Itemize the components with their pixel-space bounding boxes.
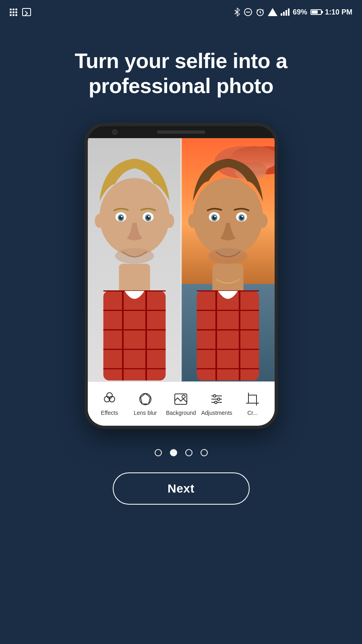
split-line	[180, 138, 182, 381]
phone-container: Effects Lens blur	[0, 123, 362, 429]
svg-point-59	[140, 393, 151, 405]
svg-rect-13	[288, 8, 290, 16]
svg-rect-72	[248, 395, 257, 403]
toolbar-adjustments[interactable]: Adjustments	[201, 391, 233, 416]
person-left-svg	[88, 138, 181, 381]
phone-screen: Effects Lens blur	[88, 138, 275, 426]
pagination-dot-1[interactable]	[155, 449, 162, 456]
svg-point-67	[215, 401, 217, 404]
adjustments-icon	[209, 391, 225, 407]
photo-left	[88, 138, 181, 381]
svg-point-51	[214, 216, 216, 217]
toolbar-lens-blur[interactable]: Lens blur	[129, 391, 161, 416]
battery-percent: 69%	[293, 8, 307, 17]
crop-icon	[244, 391, 261, 407]
status-left-icons	[10, 8, 31, 16]
svg-point-52	[241, 216, 243, 217]
phone-camera	[112, 129, 118, 135]
svg-point-32	[115, 248, 154, 264]
status-right-icons: 69% 1:10 PM	[234, 8, 352, 17]
svg-line-0	[235, 10, 237, 12]
svg-point-63	[213, 395, 216, 397]
svg-point-54	[188, 214, 197, 228]
photo-right	[181, 138, 275, 381]
svg-point-53	[208, 248, 247, 264]
pagination-dot-2[interactable]	[170, 449, 177, 456]
battery-icon	[310, 9, 322, 15]
phone-speaker	[157, 130, 205, 134]
pagination-dot-3[interactable]	[185, 449, 192, 456]
phone-top-bar	[88, 126, 275, 138]
wifi-icon	[268, 8, 277, 16]
person-right-svg	[181, 138, 275, 381]
alarm-icon	[256, 8, 265, 17]
grid-icon	[10, 8, 17, 16]
split-photo	[88, 138, 275, 381]
adjustments-label: Adjustments	[201, 410, 232, 416]
pagination-dot-4[interactable]	[201, 449, 208, 456]
pagination-dots	[0, 449, 362, 456]
image-icon	[22, 8, 31, 16]
svg-point-31	[148, 216, 149, 217]
svg-rect-36	[197, 291, 259, 380]
crop-label: Cr...	[247, 410, 258, 416]
signal-icon	[281, 8, 290, 16]
lens-blur-label: Lens blur	[134, 410, 157, 416]
effects-label: Effects	[101, 410, 118, 416]
phone-toolbar: Effects Lens blur	[88, 381, 275, 426]
effects-icon	[101, 391, 118, 407]
heading-section: Turn your selfie into a professional pho…	[0, 24, 362, 115]
svg-point-34	[165, 214, 174, 228]
next-button[interactable]: Next	[113, 472, 250, 505]
svg-rect-12	[285, 10, 287, 16]
status-time: 1:10 PM	[325, 8, 352, 17]
svg-point-44	[193, 178, 263, 256]
lens-blur-icon	[137, 391, 153, 407]
svg-line-1	[235, 12, 237, 14]
status-bar: 69% 1:10 PM	[0, 0, 362, 24]
svg-point-30	[121, 216, 122, 217]
main-title: Turn your selfie into a professional pho…	[32, 48, 330, 99]
toolbar-effects[interactable]: Effects	[93, 391, 126, 416]
phone-mockup: Effects Lens blur	[85, 123, 278, 429]
toolbar-background[interactable]: Background	[165, 391, 197, 416]
no-disturb-icon	[244, 8, 252, 17]
background-label: Background	[166, 410, 196, 416]
toolbar-crop[interactable]: Cr...	[236, 391, 269, 416]
svg-point-23	[99, 178, 170, 256]
background-icon	[173, 391, 189, 407]
svg-point-65	[217, 398, 220, 400]
svg-point-33	[95, 214, 104, 228]
svg-marker-9	[268, 8, 277, 16]
next-button-container: Next	[0, 472, 362, 505]
svg-rect-11	[283, 12, 285, 16]
svg-rect-15	[103, 291, 165, 380]
svg-point-55	[258, 214, 267, 228]
svg-point-61	[182, 395, 185, 398]
svg-rect-10	[281, 13, 282, 16]
bluetooth-icon	[234, 8, 240, 17]
